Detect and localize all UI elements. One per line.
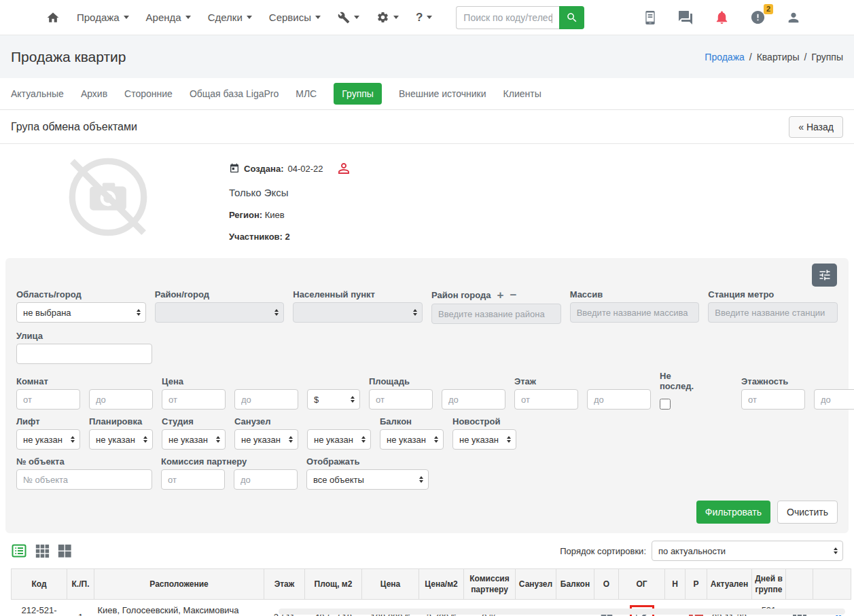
filter-clear-button[interactable]: Очистить [777, 501, 838, 524]
tab-clients[interactable]: Клиенты [503, 88, 541, 99]
tile-view-button[interactable] [57, 543, 72, 558]
search-input[interactable] [456, 6, 559, 29]
region-value: Киев [265, 210, 285, 220]
home-button[interactable] [46, 11, 60, 24]
tab-mls[interactable]: МЛС [296, 88, 317, 99]
rooms-from-input[interactable] [16, 389, 80, 410]
reports-button[interactable] [643, 10, 657, 25]
list-toolbar: Порядок сортировки: по актуальности [0, 533, 854, 568]
filter-actions: Фильтровать Очистить [11, 496, 843, 525]
area-to-input[interactable] [442, 389, 505, 410]
settlement-select[interactable] [293, 302, 423, 323]
group-section-header: Група обмена объектами « Назад [0, 110, 854, 144]
group-photo [11, 155, 204, 242]
breadcrumb-sales-link[interactable]: Продажа [705, 52, 744, 62]
grid-3x3-icon [35, 543, 50, 558]
chevron-down-icon [393, 16, 399, 19]
bathroom-select[interactable]: не указан [234, 429, 298, 450]
layout-select[interactable]: не указан [89, 429, 153, 450]
cell-code: 212-521-444 [12, 600, 67, 616]
menu-sales[interactable]: Продажа [77, 12, 129, 23]
not-last-floor-checkbox[interactable] [660, 399, 671, 410]
balcony-select[interactable]: не указан [380, 429, 444, 450]
field-object-number: № объекта [16, 456, 152, 490]
person-icon [786, 10, 801, 25]
col-code: Код [12, 569, 67, 600]
object-number-input[interactable] [16, 469, 152, 490]
tab-archive[interactable]: Архив [81, 88, 107, 99]
col-n: Н [665, 569, 686, 600]
tab-ligapro-base[interactable]: Общая база LigaPro [190, 88, 279, 99]
street-input[interactable] [16, 344, 152, 364]
grid-view-button[interactable] [35, 543, 50, 558]
menu-services[interactable]: Сервисы [269, 12, 321, 23]
region-select[interactable]: не выбрана [16, 302, 146, 323]
sort-select[interactable]: по актуальности [652, 541, 843, 561]
tab-actual[interactable]: Актуальные [11, 88, 64, 99]
elevator-select[interactable]: не указан [16, 429, 80, 450]
messages-button[interactable] [677, 10, 694, 26]
select-caret-icon [361, 436, 366, 443]
floors-total-from-input[interactable] [741, 389, 805, 410]
field-display: Отображать все объекты [306, 456, 429, 490]
currency-select[interactable]: $ [307, 389, 360, 410]
list-view-button[interactable] [11, 543, 27, 559]
remove-district-button[interactable]: − [510, 289, 516, 301]
price-from-input[interactable] [162, 389, 226, 410]
section-tabs: Актуальные Архив Сторонние Общая база Li… [0, 78, 854, 110]
top-navbar: Продажа Аренда Сделки Сервисы ? [0, 0, 854, 35]
tab-external-sources[interactable]: Внешние источники [399, 88, 486, 99]
horizontal-scrollbar[interactable] [279, 609, 845, 615]
menu-deals[interactable]: Сделки [208, 12, 252, 23]
field-rooms: Комнат [16, 376, 153, 410]
home-icon [46, 11, 60, 24]
massif-input[interactable] [570, 302, 700, 323]
rooms-to-input[interactable] [89, 389, 153, 410]
col-location: Расположение [94, 569, 264, 600]
global-search [456, 6, 584, 29]
menu-help[interactable]: ? [416, 11, 432, 24]
field-price: Цена $ [162, 376, 360, 410]
add-district-button[interactable]: + [497, 289, 504, 301]
city-district-input[interactable] [431, 304, 561, 324]
tab-third-party[interactable]: Сторонние [124, 88, 173, 99]
tab-groups[interactable]: Группы [334, 83, 382, 105]
col-actual: Актуален [707, 569, 752, 600]
menu-settings[interactable] [376, 11, 399, 24]
select-caret-icon [507, 436, 511, 443]
new-building-select[interactable]: не указан [452, 429, 516, 450]
filter-apply-button[interactable]: Фильтровать [696, 501, 770, 524]
commission-from-input[interactable] [161, 469, 225, 490]
search-button[interactable] [559, 6, 584, 29]
district-select[interactable] [155, 302, 285, 323]
floor-to-input[interactable] [587, 389, 651, 410]
navbar-icons: 2 [643, 10, 801, 26]
area-from-input[interactable] [369, 389, 433, 410]
group-region: Регион: Киев [229, 210, 352, 220]
metro-input[interactable] [708, 302, 838, 323]
back-button[interactable]: « Назад [789, 116, 843, 138]
chevron-down-icon [185, 16, 191, 19]
chat-bubbles-icon [677, 10, 694, 26]
group-name: Только Эксы [229, 187, 352, 198]
notifications-button[interactable] [714, 10, 730, 25]
field-elevator: Лифт не указан [16, 416, 80, 450]
menu-tools[interactable] [338, 12, 359, 24]
field-floors-total: Этажность [741, 376, 854, 410]
studio-select[interactable]: не указан [162, 429, 226, 450]
commission-to-input[interactable] [234, 469, 298, 490]
alerts-button[interactable]: 2 [750, 10, 766, 25]
menu-rent[interactable]: Аренда [146, 12, 191, 23]
price-to-input[interactable] [234, 389, 298, 410]
profile-button[interactable] [786, 10, 801, 25]
field-bathroom-secondary: не указан [307, 416, 371, 450]
filter-settings-button[interactable] [812, 264, 837, 287]
display-select[interactable]: все объекты [306, 469, 429, 490]
bathroom-secondary-select[interactable]: не указан [307, 429, 371, 450]
breadcrumb-separator: / [749, 52, 752, 62]
floors-total-to-input[interactable] [814, 389, 854, 410]
select-caret-icon [351, 396, 355, 403]
group-owner-icon[interactable] [336, 160, 352, 177]
floor-from-input[interactable] [514, 389, 578, 410]
created-label: Создана: [244, 164, 284, 174]
